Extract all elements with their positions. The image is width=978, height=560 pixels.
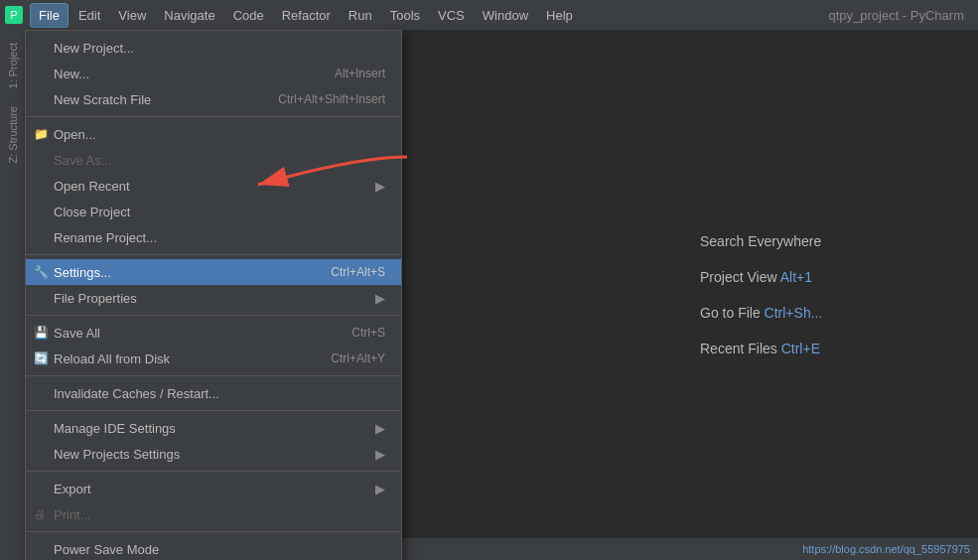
- save-icon: 💾: [34, 326, 49, 340]
- svg-text:P: P: [10, 9, 17, 21]
- hint-recent-files: Recent Files Ctrl+E: [700, 341, 958, 356]
- menu-code[interactable]: Code: [225, 4, 272, 27]
- left-sidebar: 1: Project Z: Structure: [0, 30, 25, 560]
- separator-1: [26, 116, 401, 117]
- file-dropdown-menu: New Project... New... Alt+Insert New Scr…: [25, 30, 402, 560]
- separator-2: [26, 254, 401, 255]
- separator-7: [26, 531, 401, 532]
- hint-search-everywhere: Search Everywhere: [700, 233, 958, 249]
- menu-tools[interactable]: Tools: [382, 4, 428, 27]
- app-title: qtpy_project - PyCharm: [828, 8, 974, 23]
- menu-item-export[interactable]: Export ▶: [26, 476, 401, 501]
- hint-go-to-file: Go to File Ctrl+Sh...: [700, 305, 958, 321]
- menu-item-power-save[interactable]: Power Save Mode: [26, 536, 401, 560]
- print-icon: 🖨: [34, 507, 46, 521]
- separator-3: [26, 315, 401, 316]
- app-icon: P: [4, 5, 24, 25]
- sidebar-tab-structure[interactable]: Z: Structure: [4, 98, 22, 171]
- menu-item-reload-all[interactable]: 🔄 Reload All from Disk Ctrl+Alt+Y: [26, 346, 401, 371]
- submenu-arrow-open-recent: ▶: [375, 179, 385, 194]
- reload-icon: 🔄: [34, 351, 49, 365]
- menu-navigate[interactable]: Navigate: [156, 4, 222, 27]
- menu-items: File Edit View Navigate Code Refactor Ru…: [30, 3, 581, 28]
- separator-4: [26, 375, 401, 376]
- menu-view[interactable]: View: [110, 4, 154, 27]
- menu-item-new-project[interactable]: New Project...: [26, 35, 401, 61]
- menu-window[interactable]: Window: [475, 4, 536, 27]
- hint-project-view: Project View Alt+1: [700, 269, 958, 285]
- menu-help[interactable]: Help: [538, 4, 581, 27]
- menu-vcs[interactable]: VCS: [430, 4, 473, 27]
- menu-item-open-recent[interactable]: Open Recent ▶: [26, 173, 401, 199]
- menu-run[interactable]: Run: [341, 4, 380, 27]
- menu-item-settings[interactable]: 🔧 Settings... Ctrl+Alt+S: [26, 259, 401, 285]
- menu-item-save-as: Save As...: [26, 147, 401, 173]
- menu-item-rename-project[interactable]: Rename Project...: [26, 224, 401, 250]
- menu-item-save-all[interactable]: 💾 Save All Ctrl+S: [26, 320, 401, 346]
- submenu-arrow-new-projects: ▶: [375, 447, 385, 462]
- menu-file[interactable]: File: [30, 3, 69, 28]
- statusbar-url: https://blog.csdn.net/qq_55957975: [802, 543, 970, 555]
- menu-item-open[interactable]: 📁 Open...: [26, 121, 401, 147]
- separator-5: [26, 410, 401, 411]
- menu-item-invalidate-caches[interactable]: Invalidate Caches / Restart...: [26, 380, 401, 406]
- sidebar-tab-project[interactable]: 1: Project: [4, 35, 22, 96]
- menu-item-new[interactable]: New... Alt+Insert: [26, 61, 401, 86]
- submenu-arrow-file-props: ▶: [375, 291, 385, 306]
- submenu-arrow-export: ▶: [375, 482, 385, 496]
- separator-6: [26, 471, 401, 472]
- menu-item-new-scratch-file[interactable]: New Scratch File Ctrl+Alt+Shift+Insert: [26, 86, 401, 112]
- right-panel: Search Everywhere Project View Alt+1 Go …: [680, 30, 978, 560]
- folder-icon: 📁: [34, 127, 49, 141]
- menu-edit[interactable]: Edit: [70, 4, 108, 27]
- menu-item-manage-ide[interactable]: Manage IDE Settings ▶: [26, 415, 401, 441]
- menu-item-new-projects-settings[interactable]: New Projects Settings ▶: [26, 441, 401, 467]
- menu-item-file-properties[interactable]: File Properties ▶: [26, 285, 401, 311]
- menubar: P File Edit View Navigate Code Refactor …: [0, 0, 978, 30]
- menu-item-close-project[interactable]: Close Project: [26, 199, 401, 224]
- menu-refactor[interactable]: Refactor: [274, 4, 339, 27]
- submenu-arrow-manage-ide: ▶: [375, 421, 385, 436]
- settings-icon: 🔧: [34, 265, 49, 279]
- menu-item-print: 🖨 Print...: [26, 501, 401, 527]
